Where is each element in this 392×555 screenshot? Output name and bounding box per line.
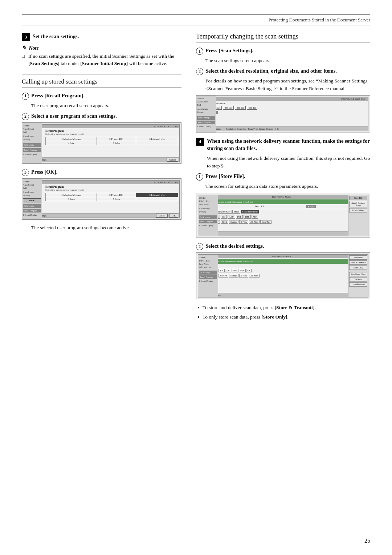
left-step2-label: Select a user program of scan settings. <box>31 112 117 119</box>
right-step4-label: When using the network delivery scanner … <box>207 137 370 152</box>
screen1-topbar: FACSIMILE 2007 01/01 <box>24 125 179 128</box>
right-step4s1-desc: The screen for setting scan data store p… <box>205 183 370 190</box>
right-step4s1-num: 1 <box>196 173 203 181</box>
screen2-bottom: Send Original Settings Cancel O K <box>24 213 179 218</box>
left-step1-label: Press [Recall Program]. <box>31 92 85 99</box>
left-step1-desc: The user program recall screen appears. <box>31 102 181 109</box>
screen4-main: Ready Select the next destination or pre… <box>198 199 368 231</box>
screen3-topbar: FACSIMILE 2007 01/01 <box>198 97 368 101</box>
screen2-sidebar: 200dpi Auto Select Full Auto Image Densi… <box>22 179 42 219</box>
divider1 <box>22 74 181 74</box>
left-step2-num: 2 <box>22 113 29 120</box>
screen3-sidebar: 200dpi Auto Select Full Auto Image Densi… <box>196 96 216 133</box>
screen1-table: 1 Monitor Meeting 2 Project D01 3 Inform… <box>45 137 178 145</box>
bullet-list: To store and deliver scan data, press [S… <box>196 304 370 321</box>
right-step4s2-row: 2 Select the desired settings. <box>196 242 370 250</box>
left-step3b-row: 3 Press [OK]. <box>22 168 181 176</box>
screen2-main: Recall Program Select the program you wa… <box>44 184 179 213</box>
step3-row: 3 Set the scan settings. <box>22 33 181 41</box>
note-box: ✎ Note If no scan settings are specified… <box>22 45 181 68</box>
bullet-item-1: To store and deliver scan data, press [S… <box>196 304 370 312</box>
right-step4s1-label: Press [Store File]. <box>205 173 245 180</box>
screen1-sidebar: 200dpi Auto Select Full Auto Image Densi… <box>22 123 42 163</box>
screen5-bottom: Send Original Settings Cancel OK <box>198 293 368 297</box>
right-step2-desc: For details on how to set and program sc… <box>205 77 370 92</box>
page-container: Protecting Documents Stored in the Docum… <box>0 0 392 555</box>
right-step2-row: 2 Select the desired resolution, origina… <box>196 67 370 75</box>
right-step4-desc: When not using the network delivery scan… <box>207 155 370 170</box>
screen3-bottom: Send Original Settings Resolution Scan S… <box>198 126 368 131</box>
right-step4s2-num: 2 <box>196 243 203 250</box>
right-step2-label: Select the desired resolution, original … <box>205 67 337 74</box>
screen4-bottom: 1 Select Display Store File <box>198 231 368 236</box>
right-column: Temporarily changing the scan settings 1… <box>196 33 370 322</box>
top-rule <box>22 15 370 15</box>
note-content: If no scan settings are specified, the i… <box>22 53 181 68</box>
two-col-layout: 3 Set the scan settings. ✎ Note If no sc… <box>22 33 370 322</box>
screen5-right-panel: Store File Store & Transmit Store Only U… <box>348 255 368 297</box>
screen1-main: Recall Program Select the program you wa… <box>44 128 179 157</box>
left-step1-row: 1 Press [Recall Program]. <box>22 92 181 100</box>
screen-mock-2: FACSIMILE 2007 01/01 200dpi Auto Select … <box>22 178 181 220</box>
bullet-item-2: To only store scan data, press [Store On… <box>196 313 370 321</box>
page-number: 25 <box>364 538 370 544</box>
left-step1-num: 1 <box>22 93 29 100</box>
screen-mock-3: FACSIMILE 2007 01/01 200dpi Auto Select … <box>196 95 370 133</box>
left-step3b-num: 3 <box>22 169 29 176</box>
note-title: ✎ Note <box>22 45 181 51</box>
screen5-sidebar: 200dpi 1/8×11 Fax Text Photo Informal Us… <box>198 255 218 297</box>
right-step1-num: 1 <box>196 48 203 55</box>
right-step4s1-row: 1 Press [Store File]. <box>196 173 370 181</box>
screen-mock-4: 200dpi Deliver File Status Store File 20… <box>196 193 370 238</box>
screen5-main: Ready Select the next destination or pre… <box>198 258 368 293</box>
screen-mock-1: FACSIMILE 2007 01/01 200dpi Auto Select … <box>22 122 181 164</box>
right-section-title: Temporarily changing the scan settings <box>196 33 370 42</box>
left-column: 3 Set the scan settings. ✎ Note If no sc… <box>22 33 181 322</box>
right-step1-label: Press [Scan Settings]. <box>205 47 253 54</box>
screen2-table: 1 Monitor Meeting 2 Project D01 3 Inform… <box>45 193 178 201</box>
screen2-topbar: FACSIMILE 2007 01/01 <box>24 181 179 184</box>
step3-label: Set the scan settings. <box>33 33 181 40</box>
pencil-icon: ✎ <box>22 45 26 51</box>
header-text: Protecting Documents Stored in the Docum… <box>269 17 370 23</box>
screen4-sidebar: 200dpi 1/8×11 Fax Text Photo Auto Image … <box>198 195 218 236</box>
header-line: Protecting Documents Stored in the Docum… <box>22 17 370 25</box>
right-step1-desc: The scan settings screen appears. <box>205 57 370 64</box>
right-step4-row: 4 When using the network delivery scanne… <box>196 137 370 152</box>
screen3-main: Scan Settings: Resolution 100 dpi 200 dp… <box>198 101 368 126</box>
calling-section-title: Calling up stored scan settings <box>22 78 181 88</box>
screen4-right-panel: Store File Attach Sender's Name Attach S… <box>348 195 368 236</box>
right-step4s2-label: Select the desired settings. <box>205 242 264 250</box>
left-step3b-desc: The selected user program settings becom… <box>31 224 181 231</box>
right-step4-num: 4 <box>196 138 204 146</box>
left-step2-row: 2 Select a user program of scan settings… <box>22 112 181 120</box>
screen-mock-5: 200dpi Deliver File Status Store File 20… <box>196 252 370 299</box>
left-step3b-label: Press [OK]. <box>31 168 57 175</box>
right-step1-row: 1 Press [Scan Settings]. <box>196 47 370 55</box>
step3-number: 3 <box>22 33 30 41</box>
right-step2-num: 2 <box>196 68 203 75</box>
screen1-bottom: Send Original Settings Cancel <box>24 157 179 162</box>
